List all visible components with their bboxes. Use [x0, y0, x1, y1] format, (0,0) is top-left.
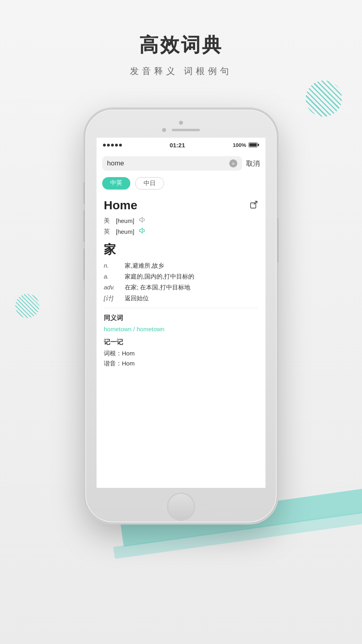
share-icon[interactable] — [249, 200, 258, 211]
search-text: home — [107, 159, 226, 167]
status-time: 01:21 — [170, 142, 185, 149]
def-text-adv: 在家; 在本国,打中目标地 — [125, 284, 190, 291]
pos-noun: n. — [104, 262, 118, 270]
definition-noun: n. 家,避难所,故乡 — [104, 262, 258, 270]
pos-comp: [计] — [104, 295, 118, 302]
battery-fill — [249, 143, 257, 147]
signal-dot-5 — [119, 144, 122, 147]
def-text-adj: 家庭的,国内的,打中目标的 — [125, 273, 194, 281]
search-clear-button[interactable]: × — [229, 159, 237, 167]
signal-dot-4 — [115, 144, 118, 147]
synonyms-label: 同义词 — [104, 314, 258, 322]
definition-adv: adv. 在家; 在本国,打中目标地 — [104, 284, 258, 291]
battery-body — [249, 142, 257, 147]
phone-top-area — [162, 121, 200, 132]
word-title: Home — [104, 198, 137, 212]
phone-screen: 01:21 100% home — [97, 138, 265, 488]
word-header: Home — [104, 198, 258, 212]
memory-section: 词根：Hom 谐音：Hom — [104, 350, 258, 367]
pos-adj: a. — [104, 273, 118, 281]
signal-indicator — [103, 144, 122, 147]
region-label-uk: 英 — [104, 228, 112, 235]
search-cancel-button[interactable]: 取消 — [246, 159, 260, 168]
pronunciation-us: 美 [heum] — [104, 216, 258, 225]
synonyms-text[interactable]: hometown / hometown — [104, 326, 258, 332]
definition-adj: a. 家庭的,国内的,打中目标的 — [104, 273, 258, 281]
def-text-noun: 家,避难所,故乡 — [125, 262, 164, 270]
mute-button — [83, 248, 85, 281]
word-sound-row: 谐音：Hom — [104, 360, 258, 367]
search-input-wrap[interactable]: home × — [102, 156, 242, 171]
camera-dot — [179, 121, 183, 125]
chinese-translation: 家 — [104, 242, 258, 258]
status-bar: 01:21 100% — [97, 138, 265, 152]
speaker-icon-uk[interactable] — [138, 227, 146, 236]
speaker-icon-us[interactable] — [138, 216, 146, 225]
battery-percentage: 100% — [233, 142, 246, 148]
phonetic-uk: [heum] — [116, 228, 134, 235]
volume-down-button — [83, 210, 85, 242]
tab-chinese-japanese[interactable]: 中日 — [135, 177, 164, 190]
pos-adv: adv. — [104, 284, 118, 291]
language-tabs: 中英 中日 — [97, 175, 265, 194]
signal-dot-3 — [111, 144, 114, 147]
page-subtitle: 发音释义 词根例句 — [130, 65, 232, 77]
phonetic-us: [heum] — [116, 217, 134, 224]
power-button — [277, 218, 279, 262]
sound-value: Hom — [122, 360, 135, 367]
battery-icon — [249, 142, 259, 147]
root-value: Hom — [122, 350, 135, 357]
phone-mockup: 01:21 100% home — [84, 109, 278, 523]
page-title: 高效词典 — [139, 32, 223, 58]
pronunciation-uk: 英 [heum] — [104, 227, 258, 236]
speaker-bar — [172, 129, 200, 131]
search-bar[interactable]: home × 取消 — [97, 152, 265, 175]
section-divider — [104, 308, 258, 308]
status-right: 100% — [233, 142, 259, 148]
battery-tip — [258, 144, 259, 146]
sound-label: 谐音： — [104, 360, 122, 367]
word-root-row: 词根：Hom — [104, 350, 258, 357]
speaker-area — [162, 128, 200, 132]
deco-circle-bottom-left — [15, 294, 39, 318]
tab-chinese-english[interactable]: 中英 — [102, 177, 130, 190]
dictionary-content: Home 美 [heum] 英 [heum] — [97, 194, 265, 374]
front-camera — [162, 128, 166, 132]
memory-label: 记一记 — [104, 338, 258, 347]
home-button[interactable] — [167, 493, 195, 521]
def-text-comp: 返回始位 — [125, 295, 149, 302]
region-label-us: 美 — [104, 217, 112, 225]
phone-body: 01:21 100% home — [84, 109, 278, 523]
volume-up-button — [83, 182, 85, 204]
background: 高效词典 发音释义 词根例句 — [0, 0, 362, 644]
signal-dot-2 — [107, 144, 110, 147]
signal-dot-1 — [103, 144, 106, 147]
deco-circle-top-right — [306, 80, 342, 117]
root-label: 词根： — [104, 350, 122, 357]
definition-comp: [计] 返回始位 — [104, 295, 258, 302]
